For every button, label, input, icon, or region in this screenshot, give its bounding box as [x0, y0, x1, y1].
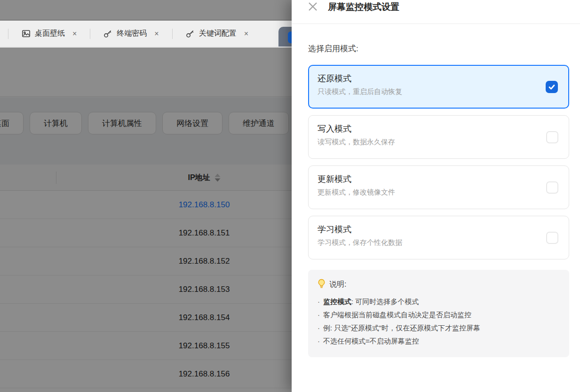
background-page: 桌面壁纸 × 终端密码 ×	[0, 0, 292, 392]
checkbox-unchecked[interactable]	[546, 232, 558, 244]
mode-title: 还原模式	[318, 73, 568, 84]
mode-card-write[interactable]: 写入模式 读写模式，数据永久保存	[308, 115, 569, 159]
tab-terminal-password[interactable]: 终端密码 ×	[90, 21, 172, 47]
note-title-row: 说明:	[318, 279, 560, 290]
tab-desktop-wallpaper[interactable]: 桌面壁纸 ×	[8, 21, 90, 47]
tab-bar: 桌面壁纸 × 终端密码 ×	[0, 21, 292, 47]
note-bullet: ·客户端根据当前磁盘模式自动决定是否启动监控	[318, 308, 560, 321]
mode-section-label: 选择启用模式:	[308, 43, 569, 54]
checkmark-icon	[548, 83, 556, 91]
mode-title: 学习模式	[318, 224, 569, 235]
tab-keyword-config[interactable]: 关键词配置 ×	[173, 21, 262, 47]
note-text: : 可同时选择多个模式	[351, 298, 419, 306]
note-bullet: ·不选任何模式=不启动屏幕监控	[318, 335, 560, 348]
tab-close-icon[interactable]: ×	[72, 30, 77, 38]
key-icon	[103, 29, 112, 38]
tab-close-icon[interactable]: ×	[154, 30, 159, 38]
mode-title: 写入模式	[318, 123, 569, 134]
checkbox-unchecked[interactable]	[546, 131, 558, 143]
tab-label: 终端密码	[117, 29, 147, 39]
note-title: 说明:	[329, 280, 346, 290]
bullet-dot: ·	[318, 337, 320, 345]
mode-card-update[interactable]: 更新模式 更新模式，修改镜像文件	[308, 165, 569, 209]
drawer-mask[interactable]	[0, 0, 292, 21]
note-text: 不选任何模式=不启动屏幕监控	[323, 337, 419, 345]
mode-card-learning[interactable]: 学习模式 学习模式，保存个性化数据	[308, 216, 569, 259]
mode-card-restore[interactable]: 还原模式 只读模式，重启后自动恢复	[308, 65, 569, 109]
tab-label: 关键词配置	[199, 29, 237, 39]
lightbulb-icon	[318, 279, 326, 290]
picture-icon	[22, 29, 31, 38]
mode-description: 读写模式，数据永久保存	[318, 138, 569, 147]
tab-label: 桌面壁纸	[35, 29, 65, 39]
note-list: ·监控模式: 可同时选择多个模式 ·客户端根据当前磁盘模式自动决定是否启动监控 …	[318, 295, 560, 348]
note-bullet: ·例: 只选"还原模式"时，仅在还原模式下才监控屏幕	[318, 321, 560, 335]
mode-description: 学习模式，保存个性化数据	[318, 238, 569, 247]
note-box: 说明: ·监控模式: 可同时选择多个模式 ·客户端根据当前磁盘模式自动决定是否启…	[308, 270, 569, 357]
checkbox-checked[interactable]	[546, 81, 558, 93]
tab-close-icon[interactable]: ×	[244, 30, 248, 38]
screen: 桌面壁纸 × 终端密码 ×	[0, 0, 580, 392]
screen-monitor-settings-drawer: 屏幕监控模式设置 选择启用模式: 还原模式 只读模式，重启后自动恢复 写入模式 …	[292, 0, 580, 392]
checkbox-unchecked[interactable]	[546, 181, 558, 194]
note-text: 例: 只选"还原模式"时，仅在还原模式下才监控屏幕	[323, 324, 480, 332]
key-icon	[186, 29, 195, 38]
note-bold: 监控模式	[323, 298, 351, 306]
hidden-tab-icon	[288, 31, 292, 43]
bullet-dot: ·	[318, 298, 320, 306]
mode-title: 更新模式	[318, 173, 569, 185]
bullet-dot: ·	[318, 324, 320, 332]
drawer-mask[interactable]	[0, 47, 292, 392]
note-text: 客户端根据当前磁盘模式自动决定是否启动监控	[323, 311, 471, 319]
close-icon[interactable]	[307, 1, 318, 12]
mode-description: 更新模式，修改镜像文件	[318, 188, 569, 197]
drawer-title: 屏幕监控模式设置	[328, 1, 399, 13]
mode-description: 只读模式，重启后自动恢复	[318, 87, 568, 96]
drawer-body: 选择启用模式: 还原模式 只读模式，重启后自动恢复 写入模式 读写模式，数据永久…	[292, 43, 580, 357]
drawer-header: 屏幕监控模式设置	[292, 0, 580, 24]
note-bullet: ·监控模式: 可同时选择多个模式	[318, 295, 560, 308]
bullet-dot: ·	[318, 311, 320, 319]
